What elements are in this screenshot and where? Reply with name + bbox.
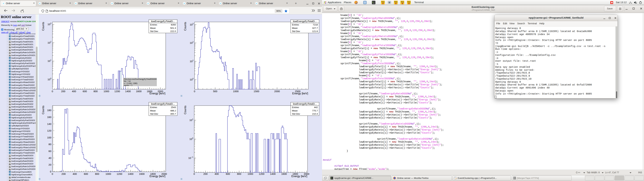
svg-text:Counts: Counts [184, 22, 187, 31]
svg-text:Std Dev: Std Dev [150, 30, 158, 32]
svg-text:300.7: 300.7 [170, 112, 176, 115]
svg-text:486.2: 486.2 [170, 110, 176, 112]
svg-text:Std Dev: Std Dev [292, 30, 300, 32]
svg-text:0: 0 [194, 90, 195, 93]
svg-text:2000: 2000 [274, 90, 280, 93]
svg-text:800: 800 [94, 90, 98, 93]
svg-text:1000: 1000 [106, 172, 111, 175]
svg-text:lowEnergyEyTotalD...: lowEnergyEyTotalD... [293, 102, 317, 105]
svg-text:102: 102 [48, 41, 51, 44]
svg-text:Midas: Midas [381, 1, 385, 3]
svg-text:103: 103 [48, 22, 51, 26]
svg-text:10−1: 10−1 [188, 156, 193, 160]
svg-text:501.3: 501.3 [170, 27, 176, 29]
svg-text:0: 0 [52, 90, 53, 93]
svg-text:1500: 1500 [254, 90, 259, 93]
svg-text:Energy [keV]: Energy [keV] [292, 175, 307, 178]
svg-text:Energy [keV]: Energy [keV] [150, 92, 165, 95]
svg-text:lowEnergyEyTotalD...: lowEnergyEyTotalD... [293, 20, 317, 22]
svg-text:Midas: Midas [394, 1, 398, 3]
svg-text:200: 200 [203, 172, 208, 175]
svg-text:1600: 1600 [136, 90, 142, 93]
svg-text:1200: 1200 [259, 172, 264, 175]
svg-text:60: 60 [48, 150, 51, 152]
svg-text:160: 160 [47, 116, 51, 118]
svg-text:Std Dev: Std Dev [292, 112, 300, 115]
svg-text:222.0: 222.0 [170, 30, 176, 32]
svg-text:1400: 1400 [270, 172, 276, 175]
svg-text:103: 103 [190, 22, 194, 26]
svg-text:Mean: Mean [150, 27, 156, 29]
svg-text:Entries: Entries [150, 106, 157, 108]
svg-text:Mean: Mean [292, 110, 298, 112]
svg-text:102: 102 [190, 41, 194, 44]
svg-text:400: 400 [72, 90, 76, 93]
svg-text:6350: 6350 [171, 24, 176, 26]
svg-text:Std Dev: Std Dev [150, 112, 158, 115]
svg-text:180: 180 [47, 109, 51, 112]
svg-text:100: 100 [48, 78, 51, 81]
svg-text:1400: 1400 [125, 90, 131, 93]
svg-text:600: 600 [83, 90, 87, 93]
svg-text:210.4: 210.4 [312, 112, 318, 115]
svg-text:200: 200 [61, 90, 65, 93]
svg-text:800: 800 [237, 172, 241, 175]
svg-text:entries = 3: entries = 3 [124, 84, 132, 86]
svg-text:1000: 1000 [104, 90, 109, 93]
svg-text:1200: 1200 [114, 90, 120, 93]
svg-text:400: 400 [214, 172, 219, 175]
svg-text:Entries: Entries [292, 24, 299, 26]
svg-text:140: 140 [47, 122, 51, 125]
svg-text:Counts: Counts [42, 106, 44, 114]
svg-text:600: 600 [84, 172, 88, 175]
svg-text:101: 101 [190, 59, 194, 63]
svg-text:Entries: Entries [292, 106, 299, 108]
svg-text:Entries: Entries [150, 24, 157, 26]
svg-text:Energy [keV]: Energy [keV] [150, 175, 165, 178]
svg-text:327.7: 327.7 [312, 27, 318, 29]
svg-text:1200: 1200 [117, 172, 122, 175]
svg-text:200: 200 [62, 172, 66, 175]
svg-text:1000: 1000 [233, 90, 238, 93]
svg-text:2543: 2543 [171, 106, 176, 108]
svg-text:Mean: Mean [150, 110, 156, 112]
svg-text:100: 100 [47, 136, 51, 139]
svg-text:1000: 1000 [248, 172, 253, 175]
svg-text:500: 500 [213, 90, 217, 93]
svg-text:101: 101 [48, 59, 51, 62]
svg-text:0: 0 [52, 172, 53, 175]
svg-text:101: 101 [189, 118, 193, 122]
svg-text:442: 442 [314, 106, 318, 108]
svg-text:?: ? [630, 1, 631, 4]
svg-text:Midas: Midas [401, 1, 404, 3]
svg-text:100: 100 [190, 78, 194, 81]
svg-text:7218: 7218 [313, 24, 318, 26]
svg-text:Mean: Mean [292, 27, 298, 29]
svg-text:400: 400 [72, 172, 77, 175]
svg-text:1600: 1600 [281, 172, 287, 175]
svg-text:600: 600 [226, 172, 230, 175]
svg-text:lowEnergyEyTotalD...: lowEnergyEyTotalD... [151, 102, 175, 105]
svg-text:Counts: Counts [184, 106, 187, 114]
svg-text:Energy [keV]: Energy [keV] [292, 92, 308, 95]
svg-text:120: 120 [47, 129, 51, 132]
svg-text:lowEnergyEyTotalD...: lowEnergyEyTotalD... [151, 20, 175, 22]
svg-text:40: 40 [48, 156, 51, 160]
svg-text:80: 80 [48, 143, 51, 146]
svg-text:1600: 1600 [139, 172, 144, 175]
svg-text:0: 0 [194, 172, 195, 175]
svg-text:1400: 1400 [128, 172, 133, 175]
svg-text:Midas: Midas [407, 1, 411, 3]
svg-text:100: 100 [189, 137, 193, 140]
svg-text:800: 800 [95, 172, 99, 175]
svg-text:121.6: 121.6 [312, 30, 318, 32]
svg-text:20: 20 [48, 163, 51, 166]
svg-text:0: 0 [50, 170, 51, 173]
svg-text:Counts: Counts [42, 22, 44, 31]
svg-text:775.7: 775.7 [312, 110, 318, 112]
